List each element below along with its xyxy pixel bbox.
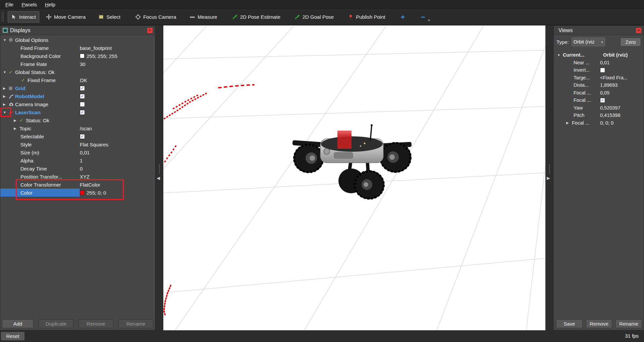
expander-icon[interactable]: ▶: [566, 121, 572, 125]
expander-icon[interactable]: ▼: [557, 53, 563, 57]
tool-select[interactable]: Select: [95, 11, 124, 22]
view-row-current[interactable]: ▼ Current... Orbit (rviz): [554, 51, 643, 59]
enabled-checkbox[interactable]: [80, 102, 85, 107]
invert-checkbox[interactable]: [600, 68, 605, 73]
display-row-global-options[interactable]: ▼ ⚙ Global Options: [0, 36, 155, 44]
toolbar-grip-handle[interactable]: [1, 12, 4, 22]
display-row-frame-rate[interactable]: Frame Rate 30: [0, 60, 155, 68]
collapse-right-icon[interactable]: ▶: [547, 176, 550, 181]
view-row-focal-shape-size[interactable]: Focal ... 0,05: [554, 89, 643, 97]
expander-icon[interactable]: ▶: [14, 127, 19, 130]
expander-icon[interactable]: ▶: [14, 119, 19, 122]
3d-viewport[interactable]: [163, 25, 545, 330]
display-row-grid[interactable]: ▶ ⊞ Grid: [0, 84, 155, 92]
tool-publish-point[interactable]: Publish Point: [344, 11, 389, 22]
property-value[interactable]: base_footprint: [80, 45, 112, 51]
remove-tool-button[interactable]: − ▾: [418, 11, 431, 22]
view-row-near-clip[interactable]: Near ... 0,01: [554, 59, 643, 67]
splitter-handle[interactable]: [159, 164, 160, 174]
display-row-color[interactable]: Color 255; 0; 0: [0, 189, 155, 197]
property-value[interactable]: 0; 0; 0: [600, 120, 613, 126]
display-row-background-color[interactable]: Background Color 255; 255; 255: [0, 52, 155, 60]
close-panel-button[interactable]: ✕: [147, 28, 153, 33]
zero-button[interactable]: Zero: [620, 38, 641, 47]
property-value[interactable]: 30: [80, 61, 86, 67]
left-splitter[interactable]: ◀: [155, 25, 163, 330]
property-value[interactable]: 1: [80, 158, 83, 163]
enabled-checkbox[interactable]: [80, 86, 85, 91]
displays-panel-header[interactable]: Displays ✕: [0, 26, 155, 35]
display-row-color-transformer[interactable]: Color Transformer FlatColor: [0, 181, 155, 189]
add-display-button[interactable]: Add: [2, 319, 34, 328]
right-splitter[interactable]: ▶: [545, 25, 553, 330]
expander-icon[interactable]: ▼: [3, 111, 9, 114]
add-tool-button[interactable]: +: [397, 11, 408, 22]
duplicate-display-button[interactable]: Duplicate: [39, 319, 73, 328]
expander-icon[interactable]: ▶: [3, 94, 9, 98]
rename-view-button[interactable]: Rename: [615, 319, 642, 328]
tool-2d-goal-pose[interactable]: 2D Goal Pose: [291, 11, 337, 22]
property-value[interactable]: 0,01: [600, 60, 609, 65]
remove-display-button[interactable]: Remove: [78, 319, 113, 328]
tool-focus-camera[interactable]: Focus Camera: [132, 11, 179, 22]
property-value[interactable]: Flat Squares: [80, 142, 108, 147]
property-value[interactable]: 0,05: [600, 90, 609, 95]
display-row-global-status[interactable]: ▼ ✓ Global Status: Ok: [0, 68, 155, 76]
view-row-distance[interactable]: Dista... 1,89693: [554, 81, 643, 89]
property-value[interactable]: <Fixed Fra...: [600, 75, 628, 80]
view-row-yaw[interactable]: Yaw 0,520397: [554, 104, 643, 112]
display-row-laserscan[interactable]: ▼ LaserScan: [0, 108, 155, 116]
view-row-focal-shape-fixed[interactable]: Focal ...: [554, 96, 643, 104]
property-value[interactable]: /scan: [80, 126, 92, 131]
menu-panels[interactable]: Panels: [17, 1, 41, 8]
expander-icon[interactable]: ▶: [3, 86, 9, 90]
expander-icon[interactable]: ▼: [3, 70, 9, 74]
property-value[interactable]: XYZ: [80, 174, 90, 180]
tool-measure[interactable]: Measure: [186, 11, 220, 22]
expander-icon[interactable]: ▼: [3, 38, 9, 42]
display-row-selectable[interactable]: Selectable: [0, 132, 155, 140]
views-panel-header[interactable]: Views ✕: [554, 26, 644, 35]
reset-button[interactable]: Reset: [1, 332, 25, 341]
view-row-invert-z[interactable]: Invert...: [554, 66, 643, 74]
tool-interact[interactable]: Interact: [8, 11, 39, 22]
expander-icon[interactable]: ▶: [3, 102, 9, 106]
menu-help[interactable]: Help: [41, 1, 59, 8]
display-row-fixed-frame[interactable]: Fixed Frame base_footprint: [0, 44, 155, 52]
view-row-focal-point[interactable]: ▶ Focal ... 0; 0; 0: [554, 119, 643, 127]
collapse-left-icon[interactable]: ◀: [157, 176, 160, 181]
display-row-laserscan-status[interactable]: ▶ ✓ Status: Ok: [0, 116, 155, 124]
rename-display-button[interactable]: Rename: [118, 319, 153, 328]
menu-file[interactable]: File: [1, 1, 17, 8]
view-type-dropdown[interactable]: Orbit (rviz ▾: [572, 38, 605, 46]
splitter-handle[interactable]: [549, 164, 550, 174]
enabled-checkbox[interactable]: [80, 94, 85, 99]
property-value[interactable]: 255; 0; 0: [87, 190, 106, 196]
color-swatch-red[interactable]: [80, 190, 85, 195]
focal-checkbox[interactable]: [600, 98, 605, 103]
enabled-checkbox[interactable]: [80, 110, 85, 115]
property-value[interactable]: 0,01: [80, 150, 90, 155]
color-swatch-white[interactable]: [80, 54, 85, 58]
property-value[interactable]: 0: [80, 166, 83, 172]
display-row-style[interactable]: Style Flat Squares: [0, 140, 155, 148]
display-row-position-transformer[interactable]: Position Transfor... XYZ: [0, 173, 155, 181]
tool-move-camera[interactable]: Move Camera: [43, 11, 89, 22]
view-row-target-frame[interactable]: Targe... <Fixed Fra...: [554, 74, 643, 82]
property-value[interactable]: 255; 255; 255: [87, 53, 117, 59]
property-value[interactable]: FlatColor: [80, 182, 100, 188]
property-value[interactable]: 1,89693: [600, 82, 618, 88]
display-row-alpha[interactable]: Alpha 1: [0, 156, 155, 164]
property-value[interactable]: 0,520397: [600, 105, 620, 111]
panel-resize-handle[interactable]: ····: [0, 312, 155, 316]
display-row-fixed-frame-status[interactable]: ✓ Fixed Frame OK: [0, 76, 155, 84]
remove-view-button[interactable]: Remove: [586, 319, 612, 328]
display-row-size[interactable]: Size (m) 0,01: [0, 148, 155, 156]
close-panel-button[interactable]: ✕: [636, 28, 641, 33]
property-value[interactable]: 0,415398: [600, 113, 620, 118]
display-row-topic[interactable]: ▶ Topic /scan: [0, 124, 155, 132]
view-row-pitch[interactable]: Pitch 0,415398: [554, 112, 643, 119]
display-row-robotmodel[interactable]: ▶ RobotModel: [0, 92, 155, 100]
selectable-checkbox[interactable]: [80, 134, 85, 139]
display-row-camera-image[interactable]: ▶ Camera Image: [0, 100, 155, 108]
